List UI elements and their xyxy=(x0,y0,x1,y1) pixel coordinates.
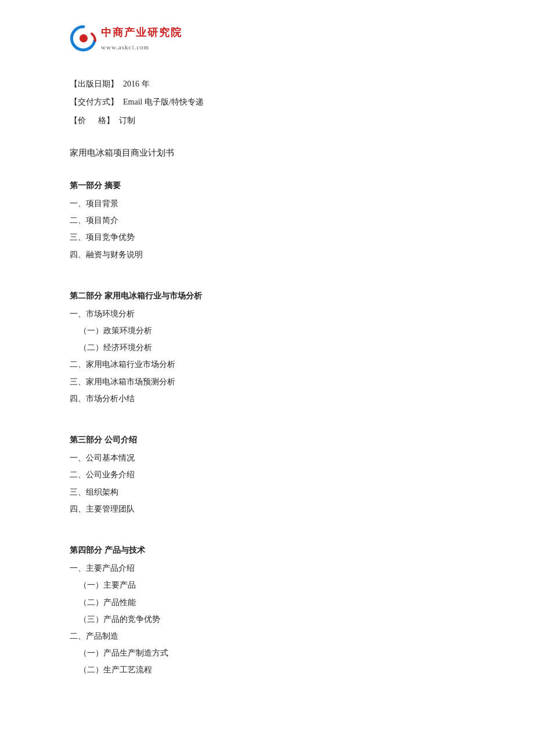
meta-item: 【出版日期】2016 年 xyxy=(70,77,464,91)
toc-section-header: 第四部分 产品与技术 xyxy=(70,543,464,557)
logo-url: www.askci.com xyxy=(101,42,182,53)
toc-item: 二、家用电冰箱行业市场分析 xyxy=(70,357,464,372)
logo-icon xyxy=(70,24,98,52)
toc-item: （一）政策环境分析 xyxy=(79,323,464,338)
toc-item: （二）生产工艺流程 xyxy=(79,663,464,677)
logo-text-area: 中商产业研究院 www.askci.com xyxy=(101,23,182,53)
toc-item: （一）主要产品 xyxy=(79,578,464,592)
meta-item: 【交付方式】Email 电子版/特快专递 xyxy=(70,95,464,109)
toc-item: 一、主要产品介绍 xyxy=(70,561,464,575)
svg-point-0 xyxy=(80,34,88,42)
toc-item: （三）产品的竞争优势 xyxy=(79,612,464,627)
toc-item: 二、项目简介 xyxy=(70,213,464,228)
toc-section-header: 第一部分 摘要 xyxy=(70,178,464,193)
toc-spacer xyxy=(70,408,464,419)
meta-bracket-close: 】 xyxy=(110,77,118,91)
meta-bracket-open: 【 xyxy=(70,113,78,128)
toc-spacer xyxy=(70,264,464,275)
toc-item: 一、公司基本情况 xyxy=(70,451,464,465)
toc-item: 四、主要管理团队 xyxy=(70,502,464,516)
toc-item: 一、市场环境分析 xyxy=(70,307,464,321)
meta-bracket-close: 】 xyxy=(106,113,114,128)
meta-label: 价 格 xyxy=(78,113,106,128)
meta-section: 【出版日期】2016 年【交付方式】Email 电子版/特快专递【价 格】订制 xyxy=(70,77,464,128)
toc-item: 四、市场分析小结 xyxy=(70,391,464,406)
doc-title: 家用电冰箱项目商业计划书 xyxy=(70,145,464,161)
toc-spacer xyxy=(70,519,464,529)
toc-item: 四、融资与财务说明 xyxy=(70,247,464,262)
page-container: 中商产业研究院 www.askci.com 【出版日期】2016 年【交付方式】… xyxy=(0,0,534,714)
logo-area: 中商产业研究院 www.askci.com xyxy=(70,23,464,53)
toc-item: （一）产品生产制造方式 xyxy=(79,646,464,660)
toc-container: 第一部分 摘要一、项目背景二、项目简介三、项目竞争优势四、融资与财务说明第二部分… xyxy=(70,178,464,678)
toc-section-header: 第三部分 公司介绍 xyxy=(70,433,464,447)
toc-item: 三、项目竞争优势 xyxy=(70,230,464,244)
meta-label: 出版日期 xyxy=(78,77,110,91)
meta-value: Email 电子版/特快专递 xyxy=(123,95,204,109)
toc-item: （二）经济环境分析 xyxy=(79,340,464,355)
meta-value: 2016 年 xyxy=(123,77,150,91)
toc-item: 三、组织架构 xyxy=(70,485,464,499)
meta-bracket-open: 【 xyxy=(70,77,78,91)
toc-item: （二）产品性能 xyxy=(79,595,464,610)
toc-section-header: 第二部分 家用电冰箱行业与市场分析 xyxy=(70,289,464,303)
toc-item: 一、项目背景 xyxy=(70,196,464,211)
toc-item: 二、产品制造 xyxy=(70,629,464,643)
logo-title: 中商产业研究院 xyxy=(101,23,182,42)
meta-bracket-open: 【 xyxy=(70,95,78,109)
toc-item: 三、家用电冰箱市场预测分析 xyxy=(70,375,464,389)
meta-label: 交付方式 xyxy=(78,95,110,109)
meta-bracket-close: 】 xyxy=(110,95,118,109)
toc-item: 二、公司业务介绍 xyxy=(70,467,464,482)
meta-item: 【价 格】订制 xyxy=(70,113,464,128)
meta-value: 订制 xyxy=(119,113,135,128)
